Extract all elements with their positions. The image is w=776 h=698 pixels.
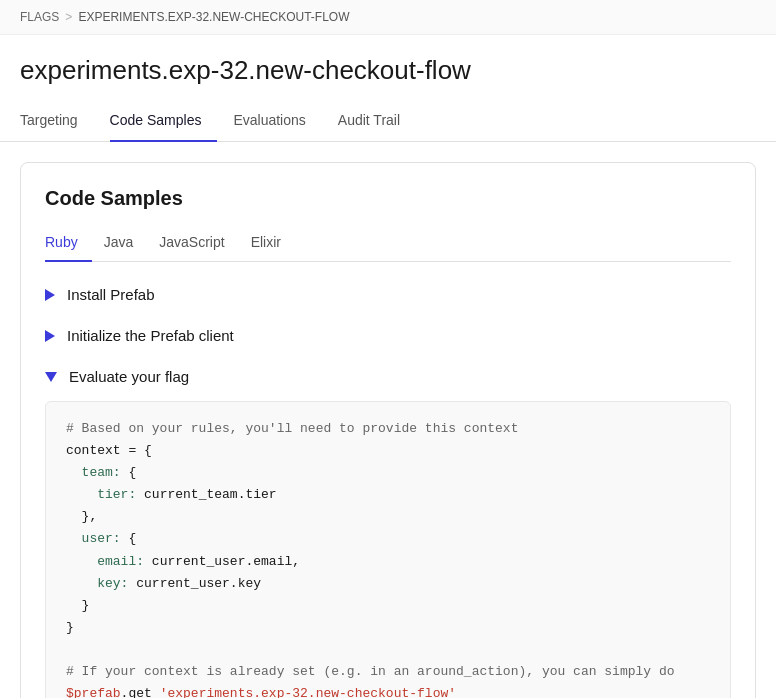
code-samples-card: Code Samples Ruby Java JavaScript Elixir… — [20, 162, 756, 698]
accordion-install-label: Install Prefab — [67, 286, 155, 303]
breadcrumb-separator: > — [65, 10, 72, 24]
code-key-key: key: — [97, 576, 128, 591]
code-line-6: email: current_user.email, — [66, 551, 710, 573]
code-flag-string: 'experiments.exp-32.new-checkout-flow' — [160, 686, 456, 698]
code-line-9: } — [66, 617, 710, 639]
breadcrumb: FLAGS > EXPERIMENTS.EXP-32.NEW-CHECKOUT-… — [0, 0, 776, 35]
accordion-initialize-header[interactable]: Initialize the Prefab client — [45, 323, 731, 348]
content-area: Code Samples Ruby Java JavaScript Elixir… — [0, 142, 776, 698]
tab-targeting[interactable]: Targeting — [20, 102, 94, 142]
accordion-install-header[interactable]: Install Prefab — [45, 282, 731, 307]
accordion-evaluate-header[interactable]: Evaluate your flag — [45, 364, 731, 389]
lang-tab-java[interactable]: Java — [104, 226, 148, 262]
code-key-team: team: — [82, 465, 121, 480]
code-line-comment1: # Based on your rules, you'll need to pr… — [66, 418, 710, 440]
code-line-comment2: # If your context is already set (e.g. i… — [66, 661, 710, 683]
code-line-7: key: current_user.key — [66, 573, 710, 595]
accordion-initialize-label: Initialize the Prefab client — [67, 327, 234, 344]
lang-tab-javascript[interactable]: JavaScript — [159, 226, 238, 262]
code-line-4: }, — [66, 506, 710, 528]
tab-evaluations[interactable]: Evaluations — [233, 102, 321, 142]
accordion-evaluate-label: Evaluate your flag — [69, 368, 189, 385]
accordion-install: Install Prefab — [45, 282, 731, 307]
accordion-initialize-arrow — [45, 330, 55, 342]
code-line-blank — [66, 639, 710, 661]
code-prefab-var: $prefab — [66, 686, 121, 698]
breadcrumb-root[interactable]: FLAGS — [20, 10, 59, 24]
code-line-3: tier: current_team.tier — [66, 484, 710, 506]
tab-audit-trail[interactable]: Audit Trail — [338, 102, 416, 142]
page-title: experiments.exp-32.new-checkout-flow — [0, 35, 776, 86]
language-tabs: Ruby Java JavaScript Elixir — [45, 226, 731, 262]
code-line-1: context = { — [66, 440, 710, 462]
lang-tab-ruby[interactable]: Ruby — [45, 226, 92, 262]
code-line-2: team: { — [66, 462, 710, 484]
code-line-8: } — [66, 595, 710, 617]
code-block: # Based on your rules, you'll need to pr… — [45, 401, 731, 698]
accordion-evaluate: Evaluate your flag # Based on your rules… — [45, 364, 731, 698]
code-line-last: $prefab.get 'experiments.exp-32.new-chec… — [66, 683, 710, 698]
accordion-initialize: Initialize the Prefab client — [45, 323, 731, 348]
accordion-install-arrow — [45, 289, 55, 301]
code-key-email: email: — [97, 554, 144, 569]
breadcrumb-current: EXPERIMENTS.EXP-32.NEW-CHECKOUT-FLOW — [78, 10, 349, 24]
accordion-evaluate-arrow — [45, 372, 57, 382]
code-line-5: user: { — [66, 528, 710, 550]
lang-tab-elixir[interactable]: Elixir — [251, 226, 295, 262]
page-wrapper: FLAGS > EXPERIMENTS.EXP-32.NEW-CHECKOUT-… — [0, 0, 776, 698]
code-key-user: user: — [82, 531, 121, 546]
nav-tabs: Targeting Code Samples Evaluations Audit… — [0, 102, 776, 142]
tab-code-samples[interactable]: Code Samples — [110, 102, 218, 142]
card-title: Code Samples — [45, 187, 731, 210]
code-key-tier: tier: — [97, 487, 136, 502]
